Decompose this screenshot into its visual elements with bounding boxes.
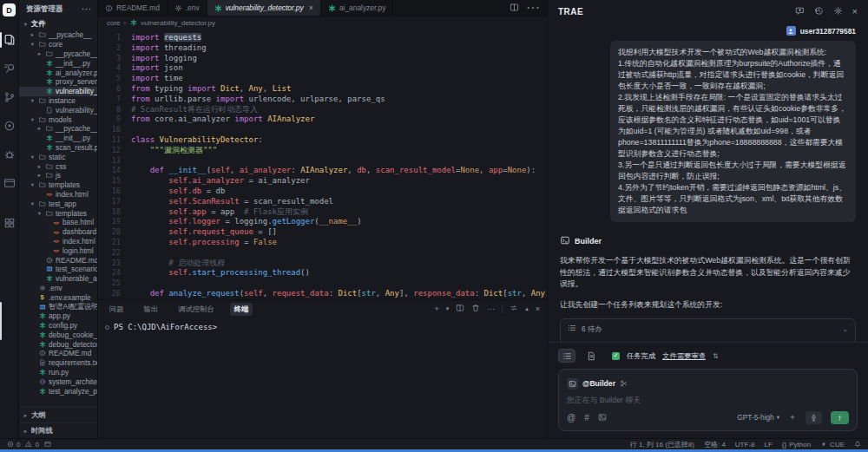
activity-preview-icon[interactable]	[0, 172, 19, 194]
tree-item[interactable]: test_analyze_paramet...	[19, 386, 97, 396]
activity-search-icon[interactable]	[0, 57, 19, 80]
panel-tab[interactable]: 输出	[140, 303, 163, 316]
activity-debug-icon[interactable]	[0, 143, 19, 166]
cue-indicator[interactable]: CUE	[820, 441, 845, 449]
activity-run-icon[interactable]	[0, 115, 19, 137]
encoding[interactable]: UTF-8	[735, 441, 755, 449]
tree-item[interactable]: ▸__pycache__	[19, 49, 97, 59]
split-editor-icon[interactable]	[510, 0, 519, 16]
history-icon[interactable]	[814, 3, 824, 19]
tree-item[interactable]: vulnerability_detect...	[19, 87, 97, 96]
send-button[interactable]: ↑	[831, 411, 849, 424]
mention-icon[interactable]: @	[567, 413, 575, 423]
breadcrumb[interactable]: core › vulnerability_detector.py	[98, 16, 547, 29]
tree-item[interactable]: README.md	[19, 349, 97, 358]
scissors-icon[interactable]	[620, 376, 628, 391]
tree-item[interactable]: debug_detector_queu...	[19, 339, 97, 349]
chevron-down-icon[interactable]: ▾	[446, 305, 450, 312]
swap-panel-icon[interactable]	[510, 304, 518, 314]
tree-item[interactable]: ▾templates	[19, 180, 97, 190]
activity-source-control-icon[interactable]	[0, 86, 19, 108]
tree-item[interactable]: app.py	[19, 311, 97, 321]
activity-explorer-icon[interactable]	[0, 29, 19, 51]
tree-item[interactable]: run.py	[19, 368, 97, 377]
tree-item[interactable]: .env	[19, 284, 97, 293]
timeline-section[interactable]: ▸ 时间线	[19, 423, 97, 438]
ports-icon[interactable]	[44, 441, 51, 448]
tree-item[interactable]: ▾models	[19, 115, 97, 124]
tree-item[interactable]: ▸__pycache__	[19, 30, 97, 40]
tree-item[interactable]: ▾templates	[19, 208, 97, 218]
sort-icon[interactable]: ⇅	[713, 352, 719, 360]
language-mode[interactable]: {}Python	[782, 441, 811, 449]
model-selector[interactable]: GPT-5-high ▾	[737, 413, 779, 422]
tree-item[interactable]: <>dashboard.html	[19, 227, 97, 237]
tree-item[interactable]: ▾test_app	[19, 199, 97, 208]
trash-icon[interactable]	[471, 304, 480, 314]
panel-tab[interactable]: 调试控制台	[174, 303, 218, 316]
split-terminal-icon[interactable]	[456, 304, 464, 314]
more-actions-icon[interactable]: ···	[526, 0, 540, 16]
tree-item[interactable]: scan_result.py	[19, 143, 97, 153]
tree-item[interactable]: system_architecture_d...	[19, 377, 97, 386]
tree-item[interactable]: vulnerability_scann...	[19, 105, 97, 115]
panel-tab[interactable]: 终端	[230, 303, 253, 316]
more-actions-icon[interactable]: ···	[82, 5, 93, 14]
editor-tab[interactable]: README.md	[98, 0, 168, 16]
todo-toggle-button[interactable]	[558, 349, 575, 363]
cursor-position[interactable]: 行 1, 列 16 (已选择8)	[630, 440, 694, 449]
panel-tab[interactable]: 问题	[105, 303, 128, 316]
tree-item[interactable]: ▸__pycache__	[19, 124, 97, 134]
tree-item[interactable]: ▸js	[19, 171, 97, 180]
chat-scroll-area[interactable]: user3128779581 我想利用大模型技术开发一个被动式的Web越权漏洞检…	[548, 23, 868, 342]
indent-setting[interactable]: 空格: 4	[704, 440, 726, 449]
tree-item[interactable]: ▾instance	[19, 96, 97, 106]
voice-mic-button[interactable]	[806, 411, 822, 424]
tree-item[interactable]: ▾static	[19, 152, 97, 161]
tree-item[interactable]: vulnerable_app.py	[19, 274, 97, 284]
new-terminal-icon[interactable]: +	[434, 305, 438, 313]
todo-list-header[interactable]: 6 待办 ⌄	[561, 319, 855, 338]
tree-item[interactable]: <>base.html	[19, 218, 97, 227]
tree-item[interactable]: test_scenarios.md	[19, 265, 97, 274]
trae-logo-icon[interactable]: D	[3, 3, 16, 16]
editor-tab[interactable]: .env	[168, 0, 207, 16]
builder-chip-label[interactable]: @Builder	[582, 379, 615, 388]
tree-item[interactable]: ai_analyzer.py	[19, 68, 97, 77]
more-actions-icon[interactable]: ···	[487, 305, 495, 313]
drag-handle[interactable]	[0, 302, 2, 340]
notifications-bell-icon[interactable]	[854, 441, 861, 448]
code-editor[interactable]: 1import requests2import threading3import…	[98, 29, 547, 299]
terminal[interactable]: PS C:\QJD\AiForAccess>	[98, 318, 547, 331]
review-files-link[interactable]: 文件需要审查	[662, 351, 706, 361]
files-changed-button[interactable]	[582, 349, 600, 363]
tree-item[interactable]: 智谱AI配置说明.md	[19, 302, 97, 311]
tree-item[interactable]: README.md	[19, 255, 97, 265]
workspace-root[interactable]: ▾ 文件	[19, 17, 97, 30]
tree-item[interactable]: __init__.py	[19, 134, 97, 143]
close-icon[interactable]: ×	[852, 6, 858, 16]
editor-tab[interactable]: ai_analyzer.py	[321, 0, 394, 16]
new-chat-icon[interactable]	[795, 3, 805, 19]
tree-item[interactable]: ▾core	[19, 40, 97, 49]
tree-item[interactable]: $.env.example	[19, 292, 97, 302]
tree-item[interactable]: <>login.html	[19, 246, 97, 255]
sparkle-icon[interactable]	[788, 409, 797, 425]
chat-input-card[interactable]: @Builder 您正在与 Builder 聊天 @ # GPT-5-high …	[558, 369, 858, 431]
activity-extensions-icon[interactable]	[0, 212, 19, 234]
editor-tab[interactable]: vulnerability_detector.py×	[207, 0, 321, 16]
tree-item[interactable]: debug_cookie_detecti...	[19, 331, 97, 340]
errors-indicator[interactable]: 0	[7, 441, 20, 449]
eol-setting[interactable]: LF	[765, 441, 773, 449]
image-attach-icon[interactable]	[598, 409, 607, 425]
chat-input-placeholder[interactable]: 您正在与 Builder 聊天	[567, 391, 849, 409]
collapse-icon[interactable]: ⌄	[842, 325, 848, 333]
tree-item[interactable]: requirements.txt	[19, 358, 97, 368]
chevron-up-icon[interactable]: ▴	[525, 305, 529, 312]
context-hash-icon[interactable]: #	[584, 413, 589, 423]
tree-item[interactable]: config.py	[19, 321, 97, 331]
close-tab-icon[interactable]: ×	[309, 3, 313, 12]
tree-item[interactable]: ▸css	[19, 161, 97, 171]
tree-item[interactable]: <>index.html	[19, 237, 97, 246]
close-panel-icon[interactable]: ×	[536, 305, 540, 313]
